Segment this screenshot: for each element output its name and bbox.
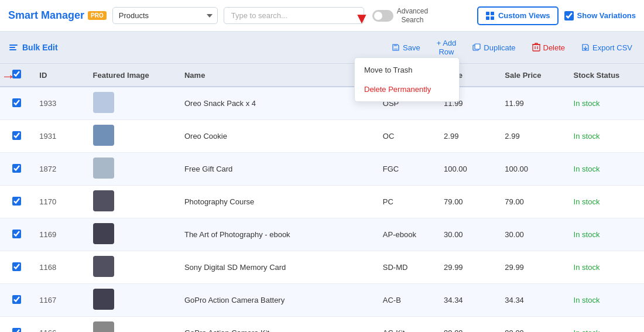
custom-views-button[interactable]: Custom Views — [477, 6, 559, 25]
table-row: 1167 GoPro Action Camera Battery AC-B 34… — [0, 284, 644, 317]
row-id: 1933 — [33, 87, 87, 120]
entity-dropdown[interactable]: Products Orders Coupons Users — [112, 7, 218, 24]
row-name: Oreo Snack Pack x 4 — [179, 87, 377, 120]
row-checkbox-cell — [0, 186, 33, 218]
table-row: 1170 Photography Course PC 79.00 79.00 I… — [0, 186, 644, 218]
row-price: 2.99 — [438, 120, 499, 153]
row-image — [87, 218, 179, 251]
product-thumbnail — [93, 158, 114, 179]
row-id: 1872 — [33, 153, 87, 186]
svg-rect-3 — [491, 16, 494, 20]
row-name: Free Gift Card — [179, 153, 377, 186]
bulk-edit-button[interactable]: Bulk Edit — [8, 42, 58, 53]
move-to-trash-option[interactable]: Move to Trash — [355, 60, 459, 80]
show-variations-checkbox[interactable] — [564, 11, 574, 20]
row-image — [87, 317, 179, 333]
row-id: 1168 — [33, 251, 87, 284]
delete-button[interactable]: Delete — [529, 40, 569, 54]
delete-icon — [532, 43, 540, 52]
advanced-search-label: AdvancedSearch — [397, 7, 428, 24]
row-image — [87, 284, 179, 317]
save-button[interactable]: Save — [388, 41, 424, 54]
row-sku: PC — [377, 186, 438, 218]
row-sku: FGC — [377, 153, 438, 186]
svg-rect-10 — [475, 44, 480, 49]
row-sale-price: 79.00 — [499, 186, 567, 218]
row-checkbox[interactable] — [12, 98, 21, 107]
product-thumbnail — [93, 190, 114, 211]
custom-views-icon — [485, 11, 495, 20]
row-stock-status: In stock — [568, 120, 644, 153]
table-body: 1933 Oreo Snack Pack x 4 OSP 11.99 11.99… — [0, 87, 644, 332]
show-variations-wrap: Show Variations — [564, 11, 636, 20]
product-thumbnail — [93, 321, 114, 332]
save-label: Save — [403, 43, 420, 52]
row-sku: AC-B — [377, 284, 438, 317]
row-stock-status: In stock — [568, 284, 644, 317]
row-name: GoPro Action Camera Battery — [179, 284, 377, 317]
row-image — [87, 87, 179, 120]
table-row: 1872 Free Gift Card FGC 100.00 100.00 In… — [0, 153, 644, 186]
row-checkbox[interactable] — [12, 197, 21, 206]
row-checkbox[interactable] — [12, 328, 21, 333]
duplicate-label: Duplicate — [484, 43, 515, 52]
row-stock-status: In stock — [568, 218, 644, 251]
products-table-container: ID Featured Image Name SKU Price Sale Pr… — [0, 64, 644, 332]
row-checkbox[interactable] — [12, 262, 21, 271]
row-sale-price: 100.00 — [499, 153, 567, 186]
row-name: Oreo Cookie — [179, 120, 377, 153]
row-price: 34.34 — [438, 284, 499, 317]
svg-rect-0 — [486, 12, 489, 15]
row-checkbox-cell — [0, 218, 33, 251]
product-thumbnail — [93, 125, 114, 146]
row-checkbox[interactable] — [12, 230, 21, 238]
row-checkbox[interactable] — [12, 164, 21, 173]
toolbar: ▼ → Bulk Edit Save + AddRow Duplicate — [0, 32, 644, 64]
svg-rect-6 — [9, 49, 16, 50]
row-price: 30.00 — [438, 218, 499, 251]
export-csv-button[interactable]: Export CSV — [578, 41, 636, 54]
row-checkbox-cell — [0, 87, 33, 120]
table-row: 1166 GoPro Action Camera Kit AC-Kit 99.9… — [0, 317, 644, 333]
row-sku: SD-MD — [377, 251, 438, 284]
svg-rect-4 — [9, 45, 18, 46]
add-row-button[interactable]: + AddRow — [433, 36, 460, 59]
arrow-indicator-delete: ▼ — [354, 9, 369, 28]
row-sale-price: 2.99 — [499, 120, 567, 153]
products-table: ID Featured Image Name SKU Price Sale Pr… — [0, 64, 644, 332]
delete-permanently-option[interactable]: Delete Permanently — [355, 80, 459, 99]
duplicate-button[interactable]: Duplicate — [469, 41, 519, 54]
row-checkbox-cell — [0, 120, 33, 153]
col-stock-status: Stock Status — [568, 64, 644, 87]
col-featured-image: Featured Image — [87, 64, 179, 87]
product-thumbnail — [93, 223, 114, 244]
row-checkbox-cell — [0, 284, 33, 317]
product-thumbnail — [93, 92, 114, 113]
advanced-search-toggle[interactable] — [372, 10, 393, 22]
svg-rect-7 — [394, 48, 398, 50]
row-name: The Art of Photography - ebook — [179, 218, 377, 251]
row-checkbox-cell — [0, 251, 33, 284]
svg-rect-11 — [533, 45, 540, 51]
row-checkbox[interactable] — [12, 131, 21, 140]
row-sku: OC — [377, 120, 438, 153]
product-thumbnail — [93, 256, 114, 277]
row-price: 79.00 — [438, 186, 499, 218]
table-row: 1169 The Art of Photography - ebook AP-e… — [0, 218, 644, 251]
row-sale-price: 34.34 — [499, 284, 567, 317]
search-input[interactable] — [224, 7, 364, 24]
row-name: Sony Digital SD Memory Card — [179, 251, 377, 284]
row-stock-status: In stock — [568, 186, 644, 218]
row-checkbox[interactable] — [12, 295, 21, 304]
advanced-search-toggle-wrap: AdvancedSearch — [372, 7, 428, 24]
row-stock-status: In stock — [568, 153, 644, 186]
row-price: 100.00 — [438, 153, 499, 186]
row-id: 1167 — [33, 284, 87, 317]
row-sale-price: 99.99 — [499, 317, 567, 333]
svg-rect-8 — [394, 45, 397, 46]
row-image — [87, 251, 179, 284]
arrow-indicator-checkbox: → — [1, 68, 15, 84]
row-sku: AP-ebook — [377, 218, 438, 251]
row-sku: AC-Kit — [377, 317, 438, 333]
table-row: 1933 Oreo Snack Pack x 4 OSP 11.99 11.99… — [0, 87, 644, 120]
